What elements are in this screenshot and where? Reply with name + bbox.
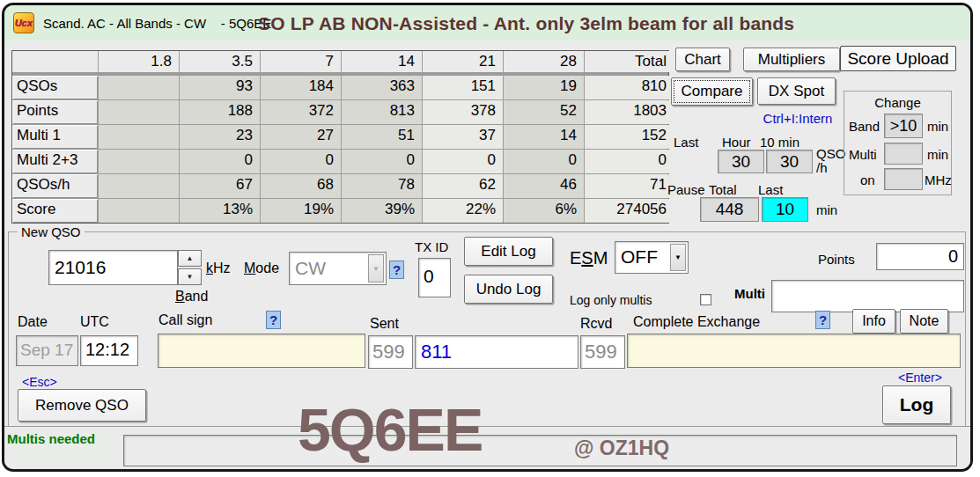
- date-field: Sep 17: [16, 335, 78, 366]
- score-cell: [99, 199, 179, 223]
- rate-hour-label: Hour: [722, 135, 751, 150]
- compare-button[interactable]: Compare: [671, 77, 753, 106]
- score-cell: 37: [423, 125, 503, 149]
- remove-qso-button[interactable]: Remove QSO: [18, 389, 146, 422]
- rcvd-label: Rcvd: [580, 316, 612, 332]
- score-table-corner: [12, 51, 98, 72]
- score-col-header: Total: [585, 51, 674, 72]
- score-row-label: Points: [12, 100, 98, 124]
- multipliers-button[interactable]: Multipliers: [743, 48, 840, 71]
- score-cell: 813: [342, 100, 422, 124]
- log-only-multis-checkbox[interactable]: [700, 294, 711, 305]
- score-cell: 27: [261, 125, 341, 149]
- score-row-label: Multi 1: [12, 125, 98, 149]
- khz-label: kHz: [206, 261, 231, 276]
- multi-label: Multi: [734, 286, 765, 301]
- score-cell: 46: [504, 174, 584, 198]
- note-button[interactable]: Note: [900, 309, 948, 334]
- score-row-label: QSOs/h: [12, 174, 98, 198]
- esm-label-e: E: [570, 248, 581, 268]
- score-upload-button[interactable]: Score Upload: [840, 46, 956, 71]
- tx-id-field[interactable]: 0: [418, 258, 451, 297]
- info-button[interactable]: Info: [852, 309, 895, 334]
- score-cell: [99, 150, 179, 173]
- score-cell: 152: [585, 125, 674, 149]
- chevron-down-icon[interactable]: ▼: [368, 254, 384, 283]
- change-on-label: on: [860, 172, 875, 187]
- score-cell: 810: [585, 76, 674, 99]
- exchange-help-button[interactable]: ?: [815, 311, 830, 329]
- callsign-input[interactable]: [158, 334, 365, 368]
- multi-input[interactable]: [771, 280, 964, 312]
- rate-10min-value: 30: [766, 150, 813, 173]
- spinner-down-icon[interactable]: ▼: [178, 268, 202, 285]
- esm-label-s: S: [581, 248, 593, 268]
- change-band-unit: min: [927, 119, 948, 134]
- score-col-header: 7: [261, 51, 341, 72]
- title-bar: Ucx Scand. AC - All Bands - CW - 5Q6EE S…: [4, 5, 970, 40]
- date-label: Date: [18, 314, 48, 330]
- spinner-up-icon[interactable]: ▲: [178, 250, 202, 267]
- score-cell: 372: [261, 100, 341, 124]
- multis-needed-field: [123, 435, 957, 466]
- score-cell: 0: [342, 150, 422, 173]
- change-multi-value: [884, 143, 923, 165]
- score-col-header: 21: [423, 51, 503, 72]
- change-on-value: [884, 168, 923, 190]
- contest-category-header: SO LP AB NON-Assisted - Ant. only 3elm b…: [258, 13, 794, 34]
- pause-total-value: 448: [700, 197, 759, 222]
- esc-hint: <Esc>: [22, 375, 57, 389]
- change-panel: Change Band >10 min Multi min on MHz: [844, 91, 952, 195]
- score-cell: 13%: [180, 199, 260, 223]
- khz-label-k: k: [206, 261, 213, 275]
- callsign-help-button[interactable]: ?: [266, 311, 281, 329]
- esm-dropdown[interactable]: OFF ▼: [615, 241, 689, 274]
- score-table: 1.8 3.5 7 14 21 28 Total QSOs 93 184 363…: [11, 50, 669, 224]
- edit-log-button[interactable]: Edit Log: [464, 237, 553, 266]
- log-button[interactable]: Log: [882, 385, 951, 424]
- new-qso-group-label: New QSO: [18, 224, 85, 239]
- status-bar: Multis needed: [4, 426, 970, 469]
- operator-callsign: @ OZ1HQ: [574, 437, 669, 460]
- app-icon-text: Ucx: [15, 18, 33, 28]
- score-cell: [99, 76, 179, 99]
- rate-hour-value: 30: [718, 150, 764, 173]
- score-cell: 0: [504, 150, 584, 173]
- exchange-input[interactable]: [627, 334, 961, 368]
- score-row-label: Multi 2+3: [12, 150, 98, 173]
- change-band-label: Band: [849, 119, 880, 134]
- pause-total-label: Total: [709, 182, 737, 197]
- pause-unit: min: [816, 202, 837, 217]
- mode-label-m: M: [244, 261, 255, 275]
- chevron-down-icon[interactable]: ▼: [670, 244, 686, 271]
- mode-label: Mode: [244, 261, 279, 276]
- enter-hint: <Enter>: [898, 371, 942, 385]
- utc-field[interactable]: 12:12: [80, 335, 138, 366]
- frequency-input[interactable]: [48, 250, 178, 285]
- rcvd-rst-field[interactable]: 599: [580, 335, 625, 369]
- mode-label-rest: ode: [255, 261, 279, 275]
- score-cell: 0: [261, 150, 341, 173]
- dx-spot-button[interactable]: DX Spot: [757, 77, 836, 105]
- undo-log-button[interactable]: Undo Log: [464, 275, 553, 304]
- chart-button[interactable]: Chart: [675, 48, 730, 71]
- change-multi-label: Multi: [849, 147, 877, 162]
- esm-label: ESM: [570, 248, 608, 268]
- multis-needed-label: Multis needed: [7, 431, 95, 446]
- app-icon: Ucx: [13, 12, 34, 33]
- sent-serial-field[interactable]: 811: [415, 335, 578, 369]
- score-cell: 78: [342, 174, 422, 198]
- khz-label-rest: Hz: [213, 261, 231, 275]
- window-title: Scand. AC - All Bands - CW - 5Q6EE: [43, 16, 271, 31]
- sent-rst-field[interactable]: 599: [368, 335, 413, 369]
- mode-help-button[interactable]: ?: [389, 261, 404, 279]
- score-cell: 93: [180, 76, 260, 99]
- mode-dropdown[interactable]: CW ▼: [289, 252, 387, 285]
- change-on-unit: MHz: [925, 172, 952, 187]
- exchange-label: Complete Exchange: [633, 314, 760, 330]
- pause-last-value: 10: [762, 197, 808, 222]
- rate-10min-label: 10 min: [760, 135, 799, 150]
- score-cell: 19: [504, 76, 584, 99]
- log-only-multis-label: Log only multis: [570, 293, 652, 307]
- score-cell: 62: [423, 174, 503, 198]
